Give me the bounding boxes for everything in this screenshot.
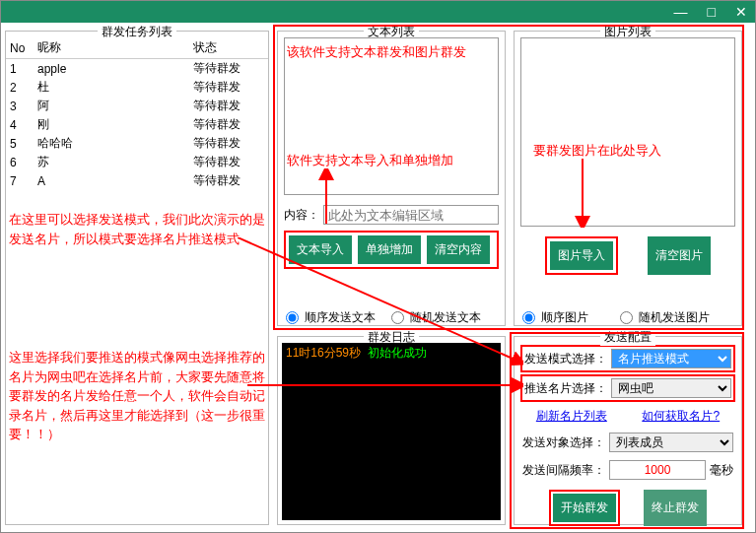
clear-text-button[interactable]: 清空内容 xyxy=(427,235,490,264)
config-panel: 发送配置 发送模式选择： 名片推送模式 推送名片选择： 网虫吧 刷新名片列表 如… xyxy=(514,336,742,525)
log-panel: 群发日志 11时16分59秒 初始化成功 xyxy=(277,336,506,525)
table-row[interactable]: 6苏等待群发 xyxy=(6,153,268,171)
interval-label: 发送间隔频率： xyxy=(522,462,605,479)
image-import-button[interactable]: 图片导入 xyxy=(550,241,613,270)
cell-no: 1 xyxy=(6,59,34,79)
table-row[interactable]: 5哈哈哈等待群发 xyxy=(6,134,268,153)
cell-status: 等待群发 xyxy=(189,78,268,97)
text-list-panel: 文本列表 内容： 文本导入 单独增加 清空内容 顺序发送文本 随机发送文本 xyxy=(277,31,506,326)
cell-status: 等待群发 xyxy=(189,59,268,79)
cell-status: 等待群发 xyxy=(189,134,268,153)
text-listbox[interactable] xyxy=(284,37,499,195)
cell-nick: 刚 xyxy=(34,115,189,134)
target-select[interactable]: 列表成员 xyxy=(609,433,733,452)
cell-status: 等待群发 xyxy=(189,115,268,134)
cell-status: 等待群发 xyxy=(189,171,268,190)
cell-status: 等待群发 xyxy=(189,153,268,171)
card-select[interactable]: 网虫吧 xyxy=(611,378,731,398)
app-window: — □ ✕ 群发任务列表 No 昵称 状态 1apple等待群发2杜等待群发3阿… xyxy=(0,0,756,533)
col-nick: 昵称 xyxy=(34,37,189,59)
cell-nick: A xyxy=(34,171,189,190)
cell-no: 7 xyxy=(6,171,34,190)
table-row[interactable]: 7A等待群发 xyxy=(6,171,268,190)
interval-unit: 毫秒 xyxy=(710,462,733,479)
log-message: 初始化成功 xyxy=(368,346,427,360)
howto-cards-link[interactable]: 如何获取名片? xyxy=(642,408,720,425)
titlebar: — □ ✕ xyxy=(1,1,755,23)
cell-no: 4 xyxy=(6,115,34,134)
table-row[interactable]: 4刚等待群发 xyxy=(6,115,268,134)
task-table: No 昵称 状态 1apple等待群发2杜等待群发3阿等待群发4刚等待群发5哈哈… xyxy=(6,37,268,190)
table-row[interactable]: 3阿等待群发 xyxy=(6,97,268,115)
cell-no: 2 xyxy=(6,78,34,97)
seq-text-label: 顺序发送文本 xyxy=(305,309,376,326)
cell-nick: 苏 xyxy=(34,153,189,171)
target-label: 发送对象选择： xyxy=(522,434,605,451)
cell-no: 3 xyxy=(6,97,34,115)
minimize-button[interactable]: — xyxy=(670,4,692,20)
image-list-panel: 图片列表 图片导入 清空图片 顺序图片 随机发送图片 xyxy=(514,31,742,326)
cell-no: 6 xyxy=(6,153,34,171)
refresh-cards-link[interactable]: 刷新名片列表 xyxy=(536,408,607,425)
image-listbox[interactable] xyxy=(520,37,735,227)
maximize-button[interactable]: □ xyxy=(704,4,720,20)
rand-text-label: 随机发送文本 xyxy=(410,309,481,326)
log-time: 11时16分59秒 xyxy=(286,346,361,360)
cell-nick: 杜 xyxy=(34,78,189,97)
start-button[interactable]: 开始群发 xyxy=(553,494,616,522)
seq-text-radio[interactable] xyxy=(286,311,299,324)
clear-image-button[interactable]: 清空图片 xyxy=(648,236,711,275)
send-mode-select[interactable]: 名片推送模式 xyxy=(611,349,731,368)
rand-img-label: 随机发送图片 xyxy=(639,309,710,326)
col-status: 状态 xyxy=(189,37,268,59)
cell-status: 等待群发 xyxy=(189,97,268,115)
cell-no: 5 xyxy=(6,134,34,153)
seq-img-radio[interactable] xyxy=(522,311,535,324)
log-output: 11时16分59秒 初始化成功 xyxy=(282,343,501,520)
text-import-button[interactable]: 文本导入 xyxy=(289,235,352,264)
rand-img-radio[interactable] xyxy=(620,311,633,324)
task-list-panel: 群发任务列表 No 昵称 状态 1apple等待群发2杜等待群发3阿等待群发4刚… xyxy=(5,31,269,525)
panel-title: 发送配置 xyxy=(600,329,655,346)
close-button[interactable]: ✕ xyxy=(731,4,751,20)
rand-text-radio[interactable] xyxy=(391,311,404,324)
card-select-label: 推送名片选择： xyxy=(524,380,607,397)
send-mode-label: 发送模式选择： xyxy=(524,351,607,367)
panel-title: 群发任务列表 xyxy=(98,24,176,40)
content-label: 内容： xyxy=(284,207,319,224)
table-row[interactable]: 2杜等待群发 xyxy=(6,78,268,97)
interval-input[interactable] xyxy=(609,460,706,480)
col-no: No xyxy=(6,37,34,59)
cell-nick: 阿 xyxy=(34,97,189,115)
table-row[interactable]: 1apple等待群发 xyxy=(6,59,268,79)
cell-nick: 哈哈哈 xyxy=(34,134,189,153)
stop-button[interactable]: 终止群发 xyxy=(644,490,707,526)
seq-img-label: 顺序图片 xyxy=(541,309,588,326)
add-single-button[interactable]: 单独增加 xyxy=(358,235,421,264)
content-input[interactable] xyxy=(323,205,499,225)
cell-nick: apple xyxy=(34,59,189,79)
